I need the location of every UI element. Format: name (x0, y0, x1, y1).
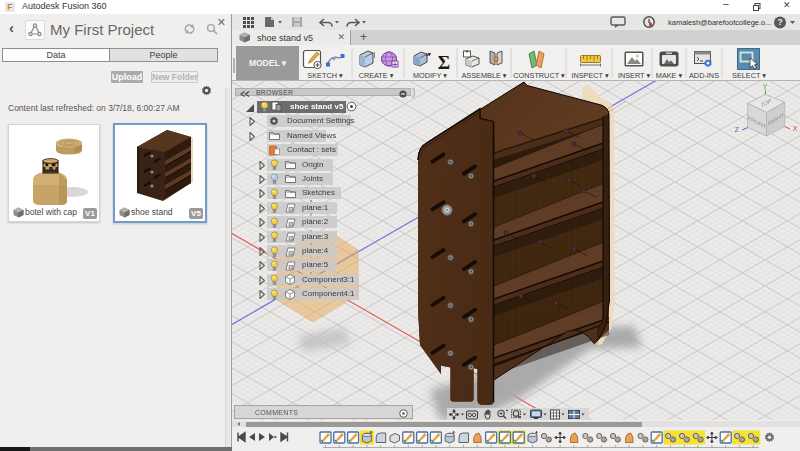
svg-text:INSERT ▾: INSERT ▾ (618, 71, 651, 80)
svg-text:SELECT ▾: SELECT ▾ (732, 71, 766, 80)
svg-text:X: X (793, 125, 798, 132)
svg-text:ADD-INS: ADD-INS (689, 71, 719, 80)
svg-text:ASSEMBLE ▾: ASSEMBLE ▾ (461, 71, 506, 80)
svg-text:MODIFY ▾: MODIFY ▾ (413, 71, 447, 80)
svg-text:SKETCH ▾: SKETCH ▾ (307, 71, 343, 80)
svg-text:CONSTRUCT ▾: CONSTRUCT ▾ (513, 71, 565, 80)
svg-text:Σ: Σ (438, 52, 450, 73)
svg-text:?: ? (777, 17, 782, 27)
svg-text:Z: Z (735, 126, 740, 133)
svg-text:CREATE ▾: CREATE ▾ (359, 71, 394, 80)
svg-text:INSPECT ▾: INSPECT ▾ (571, 71, 609, 80)
svg-text:Y: Y (763, 83, 768, 90)
svg-text:MAKE ▾: MAKE ▾ (656, 71, 683, 80)
